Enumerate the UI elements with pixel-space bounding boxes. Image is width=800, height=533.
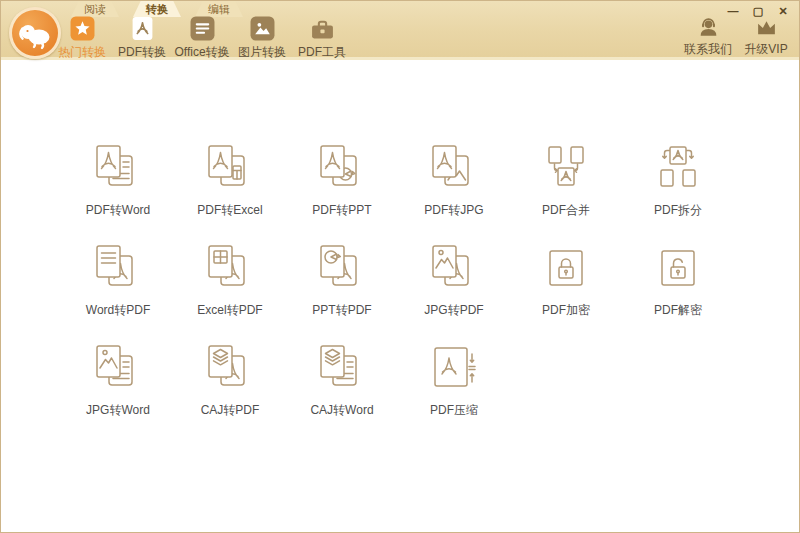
grid-item-label: PDF拆分 [654, 202, 702, 219]
grid-item-label: Word转PDF [86, 302, 150, 319]
pdf-to-jpg-icon [428, 142, 480, 194]
grid-item-pdf-to-word[interactable]: PDF转Word [62, 142, 174, 242]
upgrade-vip-label: 升级VIP [744, 41, 787, 58]
grid-item-excel-to-pdf[interactable]: Excel转PDF [174, 242, 286, 342]
jpg-to-pdf-icon [428, 242, 480, 294]
image-icon [250, 16, 275, 41]
app-window: 阅读 转换 编辑 热门转换 [0, 0, 800, 533]
toolbar-item-label: 图片转换 [238, 44, 286, 61]
toolbar-item-pdf-convert[interactable]: PDF转换 [112, 16, 172, 61]
pdf-split-icon [652, 142, 704, 194]
grid-item-label: PDF加密 [542, 302, 590, 319]
contact-us-label: 联系我们 [684, 41, 732, 58]
grid-item-label: PDF合并 [542, 202, 590, 219]
tab-edit[interactable]: 编辑 [195, 1, 243, 17]
grid-item-pdf-unlock[interactable]: PDF解密 [622, 242, 734, 342]
crown-icon [755, 16, 778, 39]
pdf-to-word-icon [92, 142, 144, 194]
close-icon[interactable]: ✕ [775, 4, 791, 18]
grid-item-ppt-to-pdf[interactable]: PPT转PDF [286, 242, 398, 342]
toolbar-item-office-convert[interactable]: Office转换 [172, 16, 232, 61]
grid-item-label: JPG转PDF [424, 302, 483, 319]
jpg-to-word-icon [92, 342, 144, 394]
grid-item-pdf-to-ppt[interactable]: PDF转PPT [286, 142, 398, 242]
tab-convert[interactable]: 转换 [133, 1, 181, 17]
pdf-unlock-icon [652, 242, 704, 294]
grid-item-label: CAJ转Word [310, 402, 373, 419]
caj-to-word-icon [316, 342, 368, 394]
tab-read[interactable]: 阅读 [71, 1, 119, 17]
grid-item-label: PDF转Word [86, 202, 150, 219]
toolbar-item-label: PDF转换 [118, 44, 166, 61]
window-controls: — ▢ ✕ [725, 4, 791, 18]
toolbar-item-label: PDF工具 [298, 44, 346, 61]
grid-item-jpg-to-word[interactable]: JPG转Word [62, 342, 174, 442]
toolbar-item-label: Office转换 [174, 44, 229, 61]
header-bar: 阅读 转换 编辑 热门转换 [1, 1, 799, 60]
pdf-to-excel-icon [204, 142, 256, 194]
grid-item-label: PDF解密 [654, 302, 702, 319]
grid-item-word-to-pdf[interactable]: Word转PDF [62, 242, 174, 342]
grid-item-label: JPG转Word [86, 402, 150, 419]
main-content: PDF转Word PDF转Excel [1, 63, 799, 532]
toolbar-item-hot-convert[interactable]: 热门转换 [52, 16, 112, 61]
pdf-to-ppt-icon [316, 142, 368, 194]
grid-item-label: PDF转Excel [197, 202, 262, 219]
headset-person-icon [697, 16, 720, 39]
pdf-merge-icon [540, 142, 592, 194]
grid-item-label: CAJ转PDF [201, 402, 260, 419]
grid-item-label: PDF转JPG [424, 202, 483, 219]
minimize-icon[interactable]: — [725, 4, 741, 18]
toolbar-item-image-convert[interactable]: 图片转换 [232, 16, 292, 61]
pdf-lock-icon [540, 242, 592, 294]
grid-item-pdf-compress[interactable]: PDF压缩 [398, 342, 510, 442]
excel-to-pdf-icon [204, 242, 256, 294]
toolbar: 热门转换 PDF转换 Office转换 [52, 16, 352, 61]
toolbox-icon [310, 16, 335, 41]
upgrade-vip-button[interactable]: 升级VIP [737, 16, 795, 58]
maximize-icon[interactable]: ▢ [750, 4, 766, 18]
grid-item-label: PDF转PPT [312, 202, 371, 219]
grid-item-caj-to-word[interactable]: CAJ转Word [286, 342, 398, 442]
grid-item-jpg-to-pdf[interactable]: JPG转PDF [398, 242, 510, 342]
word-to-pdf-icon [92, 242, 144, 294]
star-icon [70, 16, 95, 41]
toolbar-item-pdf-tools[interactable]: PDF工具 [292, 16, 352, 61]
toolbar-item-label: 热门转换 [58, 44, 106, 61]
conversion-grid: PDF转Word PDF转Excel [62, 142, 799, 442]
grid-item-pdf-to-excel[interactable]: PDF转Excel [174, 142, 286, 242]
grid-item-label: PDF压缩 [430, 402, 478, 419]
pdf-page-icon [130, 16, 155, 41]
grid-item-pdf-to-jpg[interactable]: PDF转JPG [398, 142, 510, 242]
grid-item-label: Excel转PDF [197, 302, 262, 319]
grid-item-label: PPT转PDF [312, 302, 371, 319]
header-right-actions: 联系我们 升级VIP [679, 16, 795, 58]
ppt-to-pdf-icon [316, 242, 368, 294]
grid-item-pdf-lock[interactable]: PDF加密 [510, 242, 622, 342]
grid-item-pdf-split[interactable]: PDF拆分 [622, 142, 734, 242]
top-tabs: 阅读 转换 编辑 [71, 1, 243, 17]
pdf-compress-icon [428, 342, 480, 394]
contact-us-button[interactable]: 联系我们 [679, 16, 737, 58]
grid-item-pdf-merge[interactable]: PDF合并 [510, 142, 622, 242]
caj-to-pdf-icon [204, 342, 256, 394]
grid-item-caj-to-pdf[interactable]: CAJ转PDF [174, 342, 286, 442]
office-doc-icon [190, 16, 215, 41]
